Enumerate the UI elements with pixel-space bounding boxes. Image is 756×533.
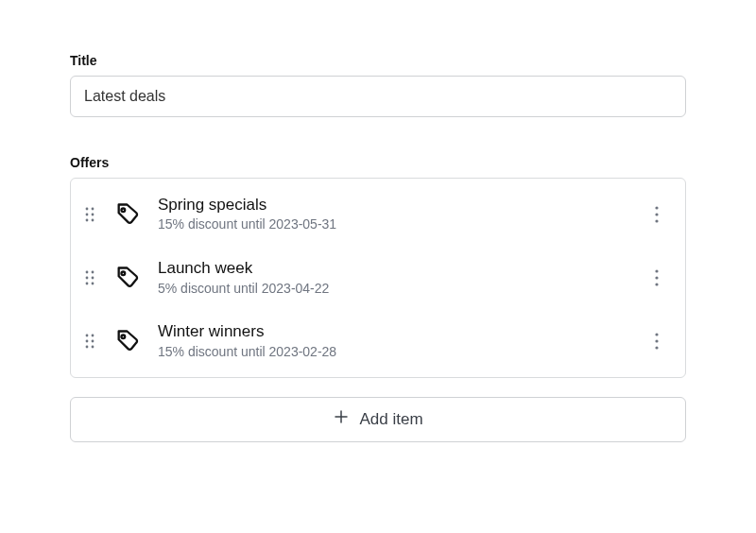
offer-row: Launch week 5% discount until 2023-04-22 bbox=[71, 246, 685, 309]
svg-point-6 bbox=[121, 208, 125, 212]
offers-panel: Spring specials 15% discount until 2023-… bbox=[70, 178, 686, 378]
svg-point-10 bbox=[86, 270, 89, 273]
svg-point-7 bbox=[655, 206, 658, 209]
offer-title: Spring specials bbox=[158, 196, 630, 215]
offer-row: Winter winners 15% discount until 2023-0… bbox=[71, 309, 685, 372]
svg-point-14 bbox=[86, 282, 89, 284]
offer-subtitle: 15% discount until 2023-02-28 bbox=[158, 344, 630, 360]
svg-point-17 bbox=[655, 269, 658, 272]
svg-point-9 bbox=[655, 219, 658, 222]
more-icon[interactable] bbox=[645, 203, 668, 226]
title-label: Title bbox=[70, 53, 686, 68]
svg-point-20 bbox=[86, 335, 89, 337]
add-item-label: Add item bbox=[359, 410, 422, 429]
svg-point-16 bbox=[121, 271, 125, 275]
offer-subtitle: 5% discount until 2023-04-22 bbox=[158, 281, 630, 297]
svg-point-27 bbox=[655, 333, 658, 335]
svg-point-29 bbox=[655, 346, 658, 349]
svg-point-22 bbox=[86, 340, 89, 343]
offer-subtitle: 15% discount until 2023-05-31 bbox=[158, 216, 630, 232]
svg-point-12 bbox=[86, 276, 89, 279]
svg-point-19 bbox=[655, 283, 658, 285]
add-item-button[interactable]: Add item bbox=[70, 397, 686, 442]
tag-icon bbox=[112, 326, 143, 356]
drag-handle-icon[interactable] bbox=[82, 266, 97, 289]
offer-row: Spring specials 15% discount until 2023-… bbox=[71, 182, 685, 246]
svg-point-8 bbox=[655, 213, 658, 215]
svg-point-1 bbox=[92, 207, 94, 210]
svg-point-15 bbox=[92, 282, 94, 284]
tag-icon bbox=[112, 199, 143, 230]
svg-point-0 bbox=[86, 207, 89, 210]
svg-point-18 bbox=[655, 276, 658, 279]
svg-point-25 bbox=[92, 346, 94, 349]
offers-label: Offers bbox=[70, 155, 686, 170]
svg-point-23 bbox=[92, 340, 94, 343]
svg-point-28 bbox=[655, 339, 658, 342]
svg-point-24 bbox=[86, 346, 89, 349]
drag-handle-icon[interactable] bbox=[82, 330, 97, 352]
svg-point-11 bbox=[92, 270, 94, 273]
svg-point-26 bbox=[121, 335, 125, 338]
svg-point-5 bbox=[92, 218, 94, 221]
more-icon[interactable] bbox=[645, 330, 668, 352]
svg-point-4 bbox=[86, 218, 89, 221]
drag-handle-icon[interactable] bbox=[82, 203, 97, 226]
plus-icon bbox=[333, 408, 350, 430]
svg-point-21 bbox=[92, 335, 94, 337]
more-icon[interactable] bbox=[645, 266, 668, 289]
title-input[interactable] bbox=[70, 76, 686, 117]
offer-title: Launch week bbox=[158, 259, 630, 278]
tag-icon bbox=[112, 263, 143, 293]
svg-point-2 bbox=[86, 213, 89, 215]
offer-title: Winter winners bbox=[158, 322, 630, 341]
svg-point-3 bbox=[92, 213, 94, 215]
svg-point-13 bbox=[92, 276, 94, 279]
